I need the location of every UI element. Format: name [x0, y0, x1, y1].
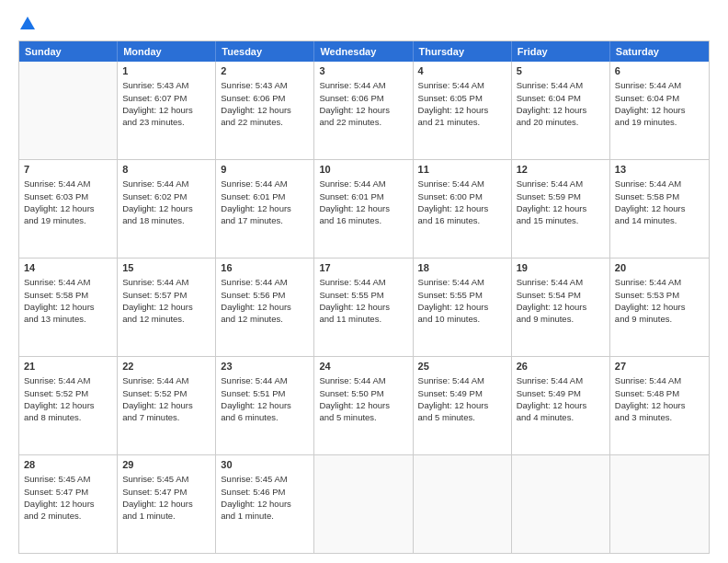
sunset-line: Sunset: 6:02 PM [122, 190, 210, 202]
day-number: 11 [418, 163, 506, 177]
daylight-line1: Daylight: 12 hours [517, 399, 605, 411]
daylight-line2: and 12 minutes. [122, 313, 210, 325]
calendar-cell: 7Sunrise: 5:44 AMSunset: 6:03 PMDaylight… [19, 160, 118, 258]
daylight-line2: and 1 minute. [221, 510, 309, 522]
daylight-line1: Daylight: 12 hours [517, 301, 605, 313]
logo-triangle-icon [20, 17, 35, 29]
calendar-cell [314, 455, 413, 553]
sunset-line: Sunset: 6:06 PM [319, 92, 407, 104]
calendar: SundayMondayTuesdayWednesdayThursdayFrid… [18, 40, 710, 554]
day-header-wednesday: Wednesday [314, 41, 413, 62]
calendar-row-3: 21Sunrise: 5:44 AMSunset: 5:52 PMDayligh… [19, 356, 709, 454]
sunrise-line: Sunrise: 5:44 AM [517, 79, 605, 91]
daylight-line1: Daylight: 12 hours [517, 202, 605, 214]
daylight-line2: and 4 minutes. [517, 411, 605, 423]
calendar-cell: 17Sunrise: 5:44 AMSunset: 5:55 PMDayligh… [314, 259, 413, 356]
sunset-line: Sunset: 5:49 PM [517, 387, 605, 399]
calendar-cell [414, 455, 512, 553]
day-number: 15 [122, 261, 210, 275]
sunrise-line: Sunrise: 5:44 AM [615, 276, 704, 288]
day-header-monday: Monday [118, 41, 216, 62]
day-number: 19 [517, 261, 605, 275]
day-number: 18 [418, 261, 506, 275]
calendar-cell: 4Sunrise: 5:44 AMSunset: 6:05 PMDaylight… [414, 62, 512, 159]
day-number: 27 [615, 360, 704, 373]
daylight-line2: and 15 minutes. [517, 214, 605, 226]
sunset-line: Sunset: 5:55 PM [418, 289, 506, 301]
sunrise-line: Sunrise: 5:44 AM [122, 374, 210, 386]
daylight-line2: and 17 minutes. [221, 214, 309, 226]
calendar-cell: 25Sunrise: 5:44 AMSunset: 5:49 PMDayligh… [414, 357, 512, 454]
sunrise-line: Sunrise: 5:44 AM [517, 178, 605, 190]
sunrise-line: Sunrise: 5:44 AM [319, 79, 407, 91]
calendar-cell: 14Sunrise: 5:44 AMSunset: 5:58 PMDayligh… [19, 259, 118, 356]
daylight-line1: Daylight: 12 hours [122, 498, 210, 510]
daylight-line1: Daylight: 12 hours [615, 301, 704, 313]
calendar-cell: 28Sunrise: 5:45 AMSunset: 5:47 PMDayligh… [19, 455, 118, 553]
sunrise-line: Sunrise: 5:44 AM [122, 178, 210, 190]
day-number: 25 [418, 360, 506, 373]
sunrise-line: Sunrise: 5:45 AM [122, 473, 210, 485]
day-number: 24 [319, 360, 407, 373]
daylight-line1: Daylight: 12 hours [319, 202, 407, 214]
calendar-header: SundayMondayTuesdayWednesdayThursdayFrid… [19, 41, 709, 62]
daylight-line2: and 23 minutes. [122, 116, 210, 128]
sunrise-line: Sunrise: 5:44 AM [24, 374, 112, 386]
sunset-line: Sunset: 5:58 PM [24, 289, 112, 301]
daylight-line1: Daylight: 12 hours [122, 399, 210, 411]
day-number: 29 [122, 458, 210, 472]
day-header-tuesday: Tuesday [216, 41, 314, 62]
sunset-line: Sunset: 6:04 PM [517, 92, 605, 104]
daylight-line2: and 8 minutes. [24, 411, 112, 423]
calendar-cell: 20Sunrise: 5:44 AMSunset: 5:53 PMDayligh… [610, 259, 709, 356]
day-number: 26 [517, 360, 605, 373]
calendar-cell: 3Sunrise: 5:44 AMSunset: 6:06 PMDaylight… [314, 62, 413, 159]
sunset-line: Sunset: 6:04 PM [615, 92, 704, 104]
sunset-line: Sunset: 5:51 PM [221, 387, 309, 399]
day-number: 30 [221, 458, 309, 472]
calendar-cell [512, 455, 610, 553]
day-number: 13 [615, 163, 704, 177]
calendar-row-2: 14Sunrise: 5:44 AMSunset: 5:58 PMDayligh… [19, 258, 709, 356]
day-number: 7 [24, 163, 112, 177]
day-number: 3 [319, 64, 407, 78]
daylight-line1: Daylight: 12 hours [221, 202, 309, 214]
daylight-line2: and 12 minutes. [221, 313, 309, 325]
sunrise-line: Sunrise: 5:44 AM [221, 276, 309, 288]
sunrise-line: Sunrise: 5:44 AM [319, 374, 407, 386]
day-header-saturday: Saturday [610, 41, 709, 62]
calendar-cell: 30Sunrise: 5:45 AMSunset: 5:46 PMDayligh… [216, 455, 314, 553]
calendar-cell: 8Sunrise: 5:44 AMSunset: 6:02 PMDaylight… [118, 160, 216, 258]
sunset-line: Sunset: 5:57 PM [122, 289, 210, 301]
daylight-line1: Daylight: 12 hours [418, 202, 506, 214]
daylight-line2: and 1 minute. [122, 510, 210, 522]
sunrise-line: Sunrise: 5:44 AM [221, 374, 309, 386]
calendar-cell: 19Sunrise: 5:44 AMSunset: 5:54 PMDayligh… [512, 259, 610, 356]
daylight-line2: and 18 minutes. [122, 214, 210, 226]
daylight-line1: Daylight: 12 hours [24, 399, 112, 411]
calendar-cell: 16Sunrise: 5:44 AMSunset: 5:56 PMDayligh… [216, 259, 314, 356]
sunrise-line: Sunrise: 5:43 AM [122, 79, 210, 91]
sunrise-line: Sunrise: 5:44 AM [418, 79, 506, 91]
sunset-line: Sunset: 5:50 PM [319, 387, 407, 399]
sunset-line: Sunset: 5:52 PM [24, 387, 112, 399]
calendar-cell: 6Sunrise: 5:44 AMSunset: 6:04 PMDaylight… [610, 62, 709, 159]
sunset-line: Sunset: 5:53 PM [615, 289, 704, 301]
daylight-line2: and 21 minutes. [418, 116, 506, 128]
day-number: 23 [221, 360, 309, 373]
daylight-line2: and 19 minutes. [615, 116, 704, 128]
sunset-line: Sunset: 6:06 PM [221, 92, 309, 104]
sunrise-line: Sunrise: 5:44 AM [418, 276, 506, 288]
day-number: 28 [24, 458, 112, 472]
daylight-line1: Daylight: 12 hours [122, 202, 210, 214]
sunrise-line: Sunrise: 5:44 AM [221, 178, 309, 190]
sunrise-line: Sunrise: 5:44 AM [418, 374, 506, 386]
calendar-cell: 26Sunrise: 5:44 AMSunset: 5:49 PMDayligh… [512, 357, 610, 454]
daylight-line1: Daylight: 12 hours [615, 399, 704, 411]
daylight-line2: and 5 minutes. [319, 411, 407, 423]
daylight-line2: and 20 minutes. [517, 116, 605, 128]
daylight-line1: Daylight: 12 hours [517, 104, 605, 116]
sunset-line: Sunset: 5:56 PM [221, 289, 309, 301]
sunset-line: Sunset: 5:55 PM [319, 289, 407, 301]
day-number: 20 [615, 261, 704, 275]
